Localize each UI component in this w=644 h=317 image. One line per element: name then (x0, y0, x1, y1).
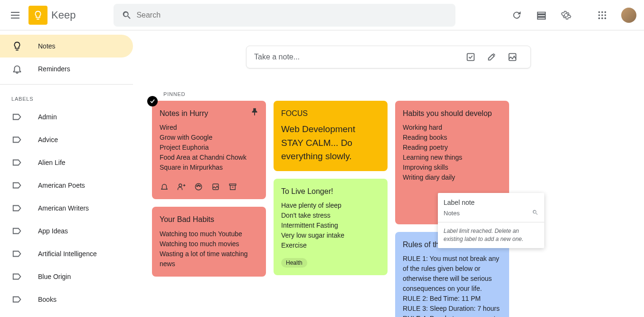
note-body: RULE 1: You must not break any of the ru… (403, 254, 502, 317)
refresh-icon (511, 10, 522, 20)
checkbox-icon (465, 52, 476, 62)
search-input[interactable] (136, 11, 452, 19)
note-card[interactable]: To Live Longer!Have plenty of sleep Don'… (274, 179, 388, 275)
svg-point-14 (198, 185, 199, 186)
sidebar-divider (0, 84, 133, 85)
pin-icon[interactable] (250, 106, 260, 117)
note-card[interactable]: FOCUSWeb Development STAY CALM... Do eve… (274, 101, 388, 171)
sidebar-item-label: Reminders (38, 65, 70, 73)
sidebar-label-item[interactable]: Alien Life (0, 151, 133, 174)
sidebar-label-item[interactable]: Admin (0, 106, 133, 128)
label-icon (11, 294, 23, 305)
sidebar-label-item[interactable]: American Poets (0, 174, 133, 197)
new-image-note-button[interactable] (502, 47, 523, 67)
hamburger-icon (9, 10, 21, 21)
svg-point-8 (605, 17, 606, 19)
sidebar-item-notes[interactable]: Notes (0, 35, 133, 58)
note-body: Watching too much Youtube Watching too m… (160, 229, 258, 269)
remind-me-button[interactable] (160, 182, 169, 192)
sidebar-label-item[interactable]: American Writers (0, 197, 133, 220)
pinned-section-label: PINNED (163, 91, 625, 97)
sidebar-label-item[interactable]: Blue Origin (0, 265, 133, 288)
sidebar-label-item[interactable]: Books (0, 288, 133, 311)
labels-header: LABELS (0, 88, 133, 106)
sidebar-item-label: Notes (38, 42, 56, 50)
image-icon (507, 52, 518, 62)
label-icon (11, 271, 23, 282)
sidebar-item-label: Admin (38, 113, 57, 121)
note-title: To Live Longer! (281, 186, 380, 197)
apps-button[interactable] (591, 4, 614, 27)
sidebar-item-reminders[interactable]: Reminders (0, 58, 133, 80)
label-icon (11, 202, 23, 214)
sidebar: Notes Reminders LABELS AdminAdviceAlien … (0, 31, 133, 317)
note-toolbar (160, 182, 258, 192)
search-box[interactable] (114, 4, 455, 27)
svg-point-4 (601, 14, 603, 16)
svg-point-2 (605, 11, 606, 13)
app-logo[interactable]: Keep (28, 6, 76, 25)
label-popup-search-icon (532, 209, 539, 217)
header-actions (505, 4, 636, 27)
label-icon (11, 180, 23, 191)
notes-grid: Notes in HurryWired Grow with Google Pro… (152, 101, 625, 317)
settings-button[interactable] (555, 4, 578, 27)
sidebar-label-item[interactable]: Artificial Intelligence (0, 242, 133, 265)
note-card[interactable]: Your Bad HabitsWatching too much Youtube… (152, 207, 266, 276)
color-button[interactable] (194, 182, 203, 192)
refresh-button[interactable] (505, 4, 528, 27)
sidebar-label-item[interactable]: App Ideas (0, 220, 133, 242)
svg-point-5 (605, 14, 606, 16)
sidebar-item-label: Alien Life (38, 159, 66, 166)
svg-point-15 (199, 186, 200, 187)
take-note-input[interactable]: Take a note... (246, 46, 531, 68)
label-icon (11, 111, 23, 123)
new-list-button[interactable] (460, 47, 481, 67)
note-body: Web Development STAY CALM... Do everythi… (281, 123, 380, 163)
svg-point-11 (179, 184, 182, 187)
note-title: Notes in Hurry (160, 108, 258, 119)
account-avatar[interactable] (621, 8, 636, 23)
note-label-chip[interactable]: Health (281, 258, 307, 268)
sidebar-label-item[interactable]: Advice (0, 128, 133, 151)
brush-icon (486, 52, 497, 62)
apps-icon (597, 10, 607, 20)
label-icon (11, 225, 23, 237)
search-container (114, 4, 455, 27)
view-toggle-button[interactable] (530, 4, 553, 27)
svg-point-7 (601, 17, 603, 19)
main-menu-button[interactable] (4, 4, 27, 27)
svg-point-3 (598, 14, 600, 16)
app-header: Keep (0, 0, 644, 30)
svg-point-1 (601, 11, 603, 13)
note-title: Your Bad Habits (160, 214, 258, 225)
note-card[interactable]: Notes in HurryWired Grow with Google Pro… (152, 101, 266, 199)
archive-button[interactable] (228, 182, 237, 192)
add-image-button[interactable] (211, 182, 220, 192)
label-note-popup: Label note Label limit reached. Delete a… (438, 193, 544, 248)
selected-check-icon (147, 96, 158, 106)
sidebar-item-label: Advice (38, 136, 58, 144)
svg-point-0 (598, 11, 600, 13)
note-body: Working hard Reading books Reading poetr… (403, 123, 502, 183)
svg-rect-9 (467, 54, 474, 61)
gear-icon (561, 10, 571, 20)
note-body: Wired Grow with Google Project Euphoria … (160, 123, 258, 173)
label-icon (11, 248, 23, 259)
take-note-placeholder: Take a note... (254, 53, 460, 61)
collaborator-button[interactable] (177, 182, 186, 192)
bell-icon (11, 63, 23, 75)
label-icon (11, 157, 23, 168)
sidebar-item-label: App Ideas (38, 227, 68, 235)
sidebar-item-label: American Poets (38, 182, 85, 189)
bulb-icon (11, 40, 23, 52)
sidebar-item-label: Blue Origin (38, 273, 71, 280)
label-popup-title: Label note (438, 193, 544, 209)
list-view-icon (536, 10, 547, 20)
search-icon (117, 6, 136, 25)
new-drawing-button[interactable] (481, 47, 502, 67)
label-popup-message: Label limit reached. Delete an existing … (438, 222, 544, 248)
sidebar-item-label: Artificial Intelligence (38, 250, 97, 258)
svg-point-6 (598, 17, 600, 19)
label-popup-input[interactable] (444, 210, 532, 217)
